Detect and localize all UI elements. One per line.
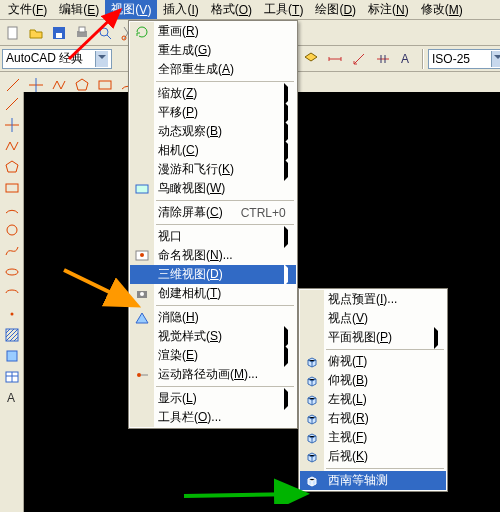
layer-icon[interactable] bbox=[300, 48, 322, 70]
menuitem-动态观察[interactable]: 动态观察(B) bbox=[130, 122, 296, 141]
chevron-right-icon bbox=[284, 230, 292, 244]
menu-e[interactable]: 编辑(E) bbox=[53, 0, 105, 19]
menuitem-label: 视觉样式(S) bbox=[158, 328, 222, 345]
dim-icon-1[interactable] bbox=[324, 48, 346, 70]
menuitem-全部重生成[interactable]: 全部重生成(A) bbox=[130, 60, 296, 79]
menuitem-创建相机[interactable]: 创建相机(T) bbox=[130, 284, 296, 303]
earc-tool[interactable] bbox=[2, 283, 22, 303]
menu-o[interactable]: 格式(O) bbox=[205, 0, 258, 19]
separator bbox=[156, 305, 294, 306]
menu-v[interactable]: 视图(V) bbox=[105, 0, 157, 19]
region-tool[interactable] bbox=[2, 346, 22, 366]
svg-marker-20 bbox=[305, 53, 317, 61]
table-tool[interactable] bbox=[2, 367, 22, 387]
dim-icon-2[interactable] bbox=[348, 48, 370, 70]
svg-line-13 bbox=[7, 79, 19, 91]
menu-f[interactable]: 文件(F) bbox=[2, 0, 53, 19]
menuitem-label: 显示(L) bbox=[158, 390, 197, 407]
menuitem-消隐[interactable]: 消隐(H) bbox=[130, 308, 296, 327]
menuitem-仰视[interactable]: 仰视(B) bbox=[300, 371, 446, 390]
iso-icon bbox=[303, 473, 321, 489]
new-button[interactable] bbox=[2, 22, 24, 44]
dimstyle-combo-text: ISO-25 bbox=[432, 52, 470, 66]
chevron-right-icon bbox=[284, 125, 292, 139]
dimstyle-combo[interactable]: ISO-25 bbox=[428, 49, 500, 69]
print-button[interactable] bbox=[71, 22, 93, 44]
menuitem-label: 西南等轴测 bbox=[328, 472, 388, 489]
svg-point-36 bbox=[140, 253, 144, 257]
menuitem-视点[interactable]: 视点(V) bbox=[300, 309, 446, 328]
menuitem-label: 清除屏幕(C) bbox=[158, 204, 223, 221]
draw-toolbar: A bbox=[0, 92, 24, 512]
polygon-tool[interactable] bbox=[2, 157, 22, 177]
menuitem-重生成[interactable]: 重生成(G) bbox=[130, 41, 296, 60]
menuitem-平面视图[interactable]: 平面视图(P) bbox=[300, 328, 446, 347]
motion-icon bbox=[133, 367, 151, 383]
separator bbox=[326, 349, 444, 350]
menu-t[interactable]: 工具(T) bbox=[258, 0, 309, 19]
save-button[interactable] bbox=[48, 22, 70, 44]
preview-button[interactable] bbox=[94, 22, 116, 44]
menuitem-清除屏幕[interactable]: 清除屏幕(C)CTRL+0 bbox=[130, 203, 296, 222]
menuitem-label: 三维视图(D) bbox=[158, 266, 223, 283]
separator bbox=[156, 81, 294, 82]
menuitem-视口[interactable]: 视口 bbox=[130, 227, 296, 246]
line-tool[interactable] bbox=[2, 94, 22, 114]
menuitem-主视[interactable]: 主视(F) bbox=[300, 428, 446, 447]
svg-rect-31 bbox=[7, 351, 17, 361]
workspace-combo[interactable]: AutoCAD 经典 bbox=[2, 49, 112, 69]
menuitem-label: 重画(R) bbox=[158, 23, 199, 40]
menuitem-渲染[interactable]: 渲染(E) bbox=[130, 346, 296, 365]
text-tool[interactable]: A bbox=[2, 388, 22, 408]
aerial-icon bbox=[133, 181, 151, 197]
menuitem-label: 平移(P) bbox=[158, 104, 198, 121]
dim-icon-3[interactable] bbox=[372, 48, 394, 70]
menuitem-label: 重生成(G) bbox=[158, 42, 211, 59]
svg-point-28 bbox=[6, 269, 18, 275]
menuitem-工具栏[interactable]: 工具栏(O)... bbox=[130, 408, 296, 427]
text-icon[interactable]: A bbox=[396, 48, 418, 70]
menuitem-视觉样式[interactable]: 视觉样式(S) bbox=[130, 327, 296, 346]
menuitem-鸟瞰视图[interactable]: 鸟瞰视图(W) bbox=[130, 179, 296, 198]
open-button[interactable] bbox=[25, 22, 47, 44]
ellipse-tool[interactable] bbox=[2, 262, 22, 282]
menuitem-俯视[interactable]: 俯视(T) bbox=[300, 352, 446, 371]
menuitem-漫游和飞行[interactable]: 漫游和飞行(K) bbox=[130, 160, 296, 179]
menu-d[interactable]: 绘图(D) bbox=[309, 0, 362, 19]
menuitem-后视[interactable]: 后视(K) bbox=[300, 447, 446, 466]
separator bbox=[156, 200, 294, 201]
menuitem-运动路径动画[interactable]: 运动路径动画(M)... bbox=[130, 365, 296, 384]
hatch-tool[interactable] bbox=[2, 325, 22, 345]
cube-icon bbox=[303, 354, 321, 370]
menuitem-右视[interactable]: 右视(R) bbox=[300, 409, 446, 428]
hide-icon bbox=[133, 310, 151, 326]
menuitem-缩放[interactable]: 缩放(Z) bbox=[130, 84, 296, 103]
menuitem-西南等轴测[interactable]: 西南等轴测 bbox=[300, 471, 446, 490]
menuitem-视点预置[interactable]: 视点预置(I)... bbox=[300, 290, 446, 309]
chevron-right-icon bbox=[284, 144, 292, 158]
menuitem-重画[interactable]: 重画(R) bbox=[130, 22, 296, 41]
pline-tool[interactable] bbox=[2, 136, 22, 156]
xline-tool[interactable] bbox=[2, 115, 22, 135]
menuitem-三维视图[interactable]: 三维视图(D) bbox=[130, 265, 296, 284]
menuitem-平移[interactable]: 平移(P) bbox=[130, 103, 296, 122]
menuitem-命名视图[interactable]: 命名视图(N)... bbox=[130, 246, 296, 265]
arc-tool[interactable] bbox=[2, 199, 22, 219]
point-tool[interactable] bbox=[2, 304, 22, 324]
menuitem-label: 平面视图(P) bbox=[328, 329, 392, 346]
named-view-icon bbox=[133, 248, 151, 264]
menu-m[interactable]: 修改(M) bbox=[415, 0, 469, 19]
rect-tool[interactable] bbox=[2, 178, 22, 198]
menu-n[interactable]: 标注(N) bbox=[362, 0, 415, 19]
menuitem-label: 视口 bbox=[158, 228, 182, 245]
svg-point-27 bbox=[7, 225, 17, 235]
spline-tool[interactable] bbox=[2, 241, 22, 261]
menuitem-相机[interactable]: 相机(C) bbox=[130, 141, 296, 160]
menuitem-显示[interactable]: 显示(L) bbox=[130, 389, 296, 408]
chevron-right-icon bbox=[284, 330, 292, 344]
menuitem-左视[interactable]: 左视(L) bbox=[300, 390, 446, 409]
circle-tool[interactable] bbox=[2, 220, 22, 240]
menuitem-label: 全部重生成(A) bbox=[158, 61, 234, 78]
menu-i[interactable]: 插入(I) bbox=[157, 0, 204, 19]
svg-marker-16 bbox=[76, 79, 88, 90]
